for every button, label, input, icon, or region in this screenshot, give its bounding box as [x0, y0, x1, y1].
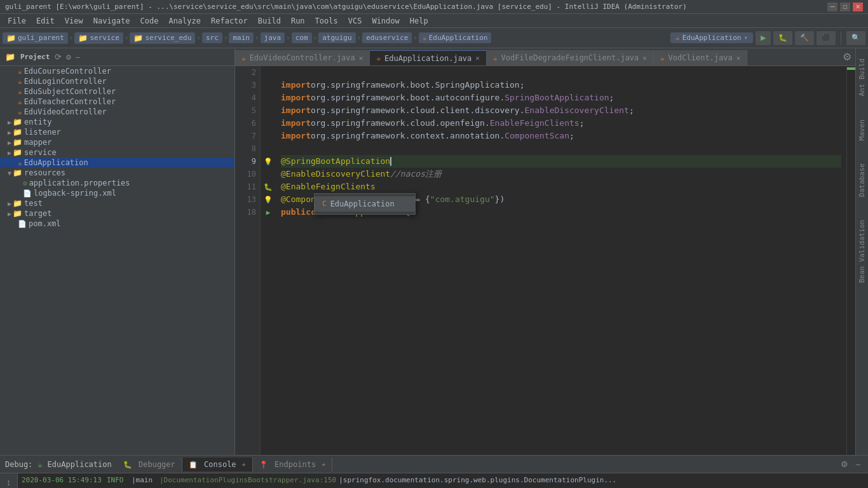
tree-item-edu-course-controller[interactable]: ☕ EduCourseController	[0, 66, 234, 76]
build-button[interactable]: 🔨	[795, 31, 814, 45]
code-line-6: import org.springframework.cloud.openfei…	[281, 117, 841, 130]
breadcrumb-com[interactable]: com	[292, 32, 312, 43]
tree-item-service[interactable]: 📁 service	[0, 147, 234, 158]
java-tab-icon: ☕	[241, 54, 246, 62]
code-line-7: import org.springframework.context.annot…	[281, 130, 841, 142]
database-panel[interactable]: Database	[857, 158, 867, 202]
code-content[interactable]: import org.springframework.boot. SpringA…	[276, 66, 846, 455]
step-over-btn[interactable]: ↕	[3, 476, 15, 488]
tab-close-btn[interactable]: ✕	[359, 54, 363, 62]
maven-panel[interactable]: Maven	[857, 114, 867, 146]
margin-bulb-11: 🐛	[261, 180, 276, 193]
endpoints-tab[interactable]: 📍 Endpoints +	[253, 458, 333, 471]
folder-chevron	[8, 129, 11, 136]
margin-blank	[261, 92, 276, 104]
menu-refactor[interactable]: Refactor	[206, 15, 253, 27]
debug-side-toolbar: ↕ ▶ ↓ ↑ ⎯ ≡ ⬛ 🔴 ☐	[0, 473, 18, 488]
title-text: guli_parent [E:\work\guli_parent] - ...\…	[5, 3, 827, 11]
menu-code[interactable]: Code	[135, 15, 164, 27]
breadcrumb-eduapplication[interactable]: ☕ EduApplication	[419, 32, 491, 43]
debugger-tab[interactable]: 🐛 Debugger	[117, 458, 182, 471]
tree-item-logback-xml[interactable]: 📄 logback-spring.xml	[0, 188, 234, 198]
collapse-icon[interactable]: –	[75, 52, 80, 62]
debug-icon: ☕	[37, 460, 42, 469]
debug-label: Debug:	[5, 460, 32, 469]
debug-button[interactable]: 🐛	[773, 31, 792, 45]
tree-item-test[interactable]: 📁 test	[0, 198, 234, 208]
gear-icon[interactable]: ⚙	[66, 52, 71, 62]
console-tab[interactable]: 📋 Console +	[182, 458, 253, 471]
menu-view[interactable]: View	[60, 15, 88, 27]
menu-window[interactable]: Window	[367, 15, 404, 27]
minimize-btn[interactable]: ─	[827, 3, 837, 11]
bean-validation-panel[interactable]: Bean Validation	[857, 215, 867, 288]
tab-close-btn[interactable]: ✕	[475, 54, 480, 62]
menu-build[interactable]: Build	[253, 15, 286, 27]
tree-item-entity[interactable]: 📁 entity	[0, 117, 234, 127]
tree-item-edu-teacher-controller[interactable]: ☕ EduTeacherController	[0, 97, 234, 107]
tree-item-resources[interactable]: 📁 resources	[0, 168, 234, 178]
tree-item-application-props[interactable]: ⚙ application.properties	[0, 178, 234, 188]
code-line-8	[281, 142, 841, 155]
breadcrumb-sep3: ›	[196, 34, 201, 42]
menu-file[interactable]: File	[3, 15, 31, 27]
endpoints-add-icon[interactable]: +	[322, 461, 325, 468]
breadcrumb-src[interactable]: src	[202, 32, 222, 43]
sync-icon[interactable]: ⟳	[55, 52, 62, 62]
debug-icon[interactable]: 🐛	[264, 183, 273, 191]
tab-edu-application[interactable]: ☕ EduApplication.java ✕	[370, 50, 487, 65]
menu-help[interactable]: Help	[405, 15, 433, 27]
autocomplete-item-edu-application[interactable]: C EduApplication	[315, 196, 415, 212]
console-add-icon[interactable]: +	[242, 461, 246, 468]
breadcrumb-guli-parent[interactable]: 📁 guli_parent	[3, 32, 68, 44]
menu-run[interactable]: Run	[286, 15, 310, 27]
tree-item-edu-application[interactable]: ☕ EduApplication	[0, 158, 234, 168]
tree-item-target[interactable]: 📁 target	[0, 208, 234, 219]
settings-btn[interactable]: ⚙	[838, 458, 851, 470]
bulb-icon[interactable]: 💡	[264, 158, 273, 166]
line-num-7: 7	[235, 130, 256, 142]
menu-analyze[interactable]: Analyze	[163, 15, 206, 27]
console-output[interactable]: 2020-03-06 15:49:13 INFO |main |Document…	[18, 473, 868, 488]
tree-item-edu-subject-controller[interactable]: ☕ EduSubjectController	[0, 86, 234, 97]
breadcrumb-service-edu[interactable]: 📁 service_edu	[130, 32, 195, 44]
breadcrumb-main[interactable]: main	[229, 32, 254, 43]
folder-chevron	[8, 210, 11, 217]
tree-item-mapper[interactable]: 📁 mapper	[0, 137, 234, 147]
scroll-marker-green	[847, 67, 855, 70]
menu-tools[interactable]: Tools	[310, 15, 343, 27]
file-name: EduCourseController	[24, 67, 111, 76]
java-file-icon: ☕	[18, 78, 22, 86]
breadcrumb-java[interactable]: java	[261, 32, 285, 43]
java-file-icon: ☕	[18, 88, 22, 96]
tab-close-btn[interactable]: ✕	[736, 54, 741, 62]
run-config-selector[interactable]: ☕ EduApplication ▾	[670, 32, 753, 43]
run-button[interactable]: ▶	[756, 31, 771, 45]
tree-item-pom-xml[interactable]: 📄 pom.xml	[0, 219, 234, 229]
restore-btn[interactable]: □	[840, 3, 850, 11]
bulb-icon[interactable]: 💡	[264, 196, 273, 204]
margin-blank	[261, 130, 276, 142]
run-icon[interactable]: ▶	[266, 208, 271, 217]
stop-button[interactable]: ⬛	[817, 31, 836, 45]
find-button[interactable]: 🔍	[846, 31, 865, 45]
settings-icon[interactable]: ⚙	[839, 51, 855, 63]
tab-close-btn[interactable]: ✕	[642, 54, 647, 62]
margin-blank	[261, 168, 276, 180]
menu-bar: File Edit View Navigate Code Analyze Ref…	[0, 14, 868, 28]
breadcrumb-atguigu[interactable]: atguigu	[318, 32, 355, 43]
menu-edit[interactable]: Edit	[31, 15, 60, 27]
breadcrumb-service[interactable]: 📁 service	[74, 32, 123, 44]
tab-vod-client[interactable]: ☕ VodClient.java ✕	[654, 50, 747, 65]
tab-edu-video-controller[interactable]: ☕ EduVideoController.java ✕	[235, 50, 370, 65]
ant-build-panel[interactable]: Ant Build	[857, 53, 867, 102]
tree-item-edu-login-controller[interactable]: ☕ EduLoginController	[0, 76, 234, 86]
tab-vod-file-degrade[interactable]: ☕ VodFileDegradeFeignClient.java ✕	[487, 50, 654, 65]
minimize-panel-btn[interactable]: –	[853, 458, 863, 470]
menu-vcs[interactable]: VCS	[343, 15, 367, 27]
tree-item-listener[interactable]: 📁 listener	[0, 127, 234, 137]
tree-item-edu-video-controller[interactable]: ☕ EduVideoController	[0, 107, 234, 117]
menu-navigate[interactable]: Navigate	[88, 15, 135, 27]
close-btn[interactable]: ✕	[853, 3, 863, 11]
breadcrumb-eduservice[interactable]: eduservice	[362, 32, 412, 43]
